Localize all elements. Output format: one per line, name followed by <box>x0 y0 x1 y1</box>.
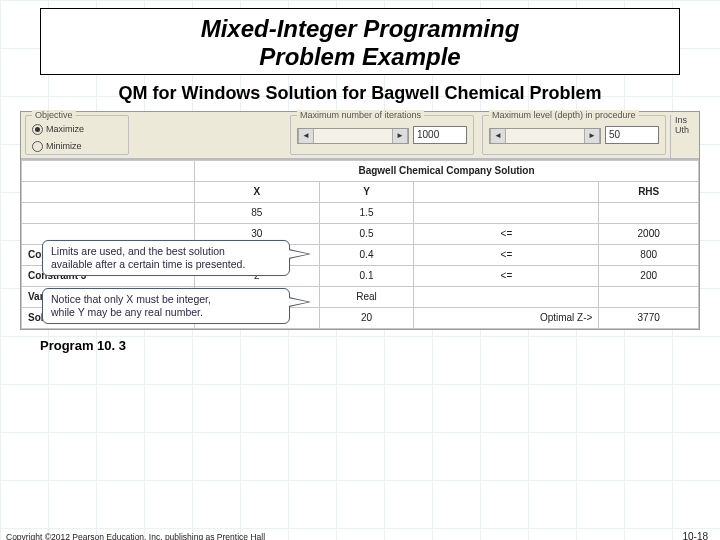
table-row: 85 1.5 <box>22 202 699 223</box>
cell-y: 0.5 <box>319 223 414 244</box>
copyright: Copyright ©2012 Pearson Education, Inc. … <box>6 532 265 540</box>
title-line-2: Problem Example <box>259 43 460 70</box>
cell-rhs: 2000 <box>599 223 699 244</box>
toolbar-spacer <box>133 112 286 158</box>
minimize-radio[interactable]: Minimize <box>32 141 122 152</box>
title-line-1: Mixed-Integer Programming <box>201 15 520 42</box>
table-caption: Bagwell Chemical Company Solution <box>195 160 699 181</box>
row-label <box>22 202 195 223</box>
radio-unselected-icon <box>32 141 43 152</box>
callout-limits: Limits are used, and the best solution a… <box>42 240 290 276</box>
inst-line1: Ins <box>675 115 699 125</box>
iterations-label: Maximum number of iterations <box>297 110 424 120</box>
header-rhs: RHS <box>599 181 699 202</box>
callout-integer: Notice that only X must be integer, whil… <box>42 288 290 324</box>
cell-y: 0.1 <box>319 265 414 286</box>
header-blank <box>22 181 195 202</box>
blank-cell <box>22 160 195 181</box>
slide: Mixed-Integer Programming Problem Exampl… <box>0 8 720 540</box>
objective-group: Objective Maximize Minimize <box>25 115 129 155</box>
slide-title: Mixed-Integer Programming Problem Exampl… <box>45 15 675 70</box>
cell-op <box>414 202 599 223</box>
maximize-label: Maximize <box>46 124 84 134</box>
cell-op: <= <box>414 223 599 244</box>
cell-y: Real <box>319 286 414 307</box>
iterations-scrollbar[interactable]: ◄ ► <box>297 128 409 144</box>
level-group: Maximum level (depth) in procedure ◄ ► 5… <box>482 115 666 155</box>
arrow-right-icon[interactable]: ► <box>392 129 408 143</box>
level-label: Maximum level (depth) in procedure <box>489 110 639 120</box>
cell-op: <= <box>414 244 599 265</box>
arrow-right-icon[interactable]: ► <box>584 129 600 143</box>
arrow-left-icon[interactable]: ◄ <box>490 129 506 143</box>
cell-y: 1.5 <box>319 202 414 223</box>
minimize-label: Minimize <box>46 141 82 151</box>
objective-label: Objective <box>32 110 76 120</box>
panel-toolbar: Objective Maximize Minimize Maximum numb… <box>21 112 699 159</box>
header-x: X <box>195 181 320 202</box>
header-y: Y <box>319 181 414 202</box>
level-scrollbar[interactable]: ◄ ► <box>489 128 601 144</box>
cell-rhs: 200 <box>599 265 699 286</box>
inst-line2: Uth <box>675 125 699 135</box>
table-caption-row: Bagwell Chemical Company Solution <box>22 160 699 181</box>
cell-op <box>414 286 599 307</box>
cell-x: 85 <box>195 202 320 223</box>
cell-op: Optimal Z-> <box>414 307 599 328</box>
page-number: 10-18 <box>682 531 708 540</box>
callout-line: Limits are used, and the best solution <box>51 245 281 258</box>
cell-op: <= <box>414 265 599 286</box>
radio-selected-icon <box>32 124 43 135</box>
callout-line: Notice that only X must be integer, <box>51 293 281 306</box>
maximize-radio[interactable]: Maximize <box>32 124 122 135</box>
slide-subtitle: QM for Windows Solution for Bagwell Chem… <box>60 83 660 105</box>
cell-rhs: 800 <box>599 244 699 265</box>
callout-line: while Y may be any real number. <box>51 306 281 319</box>
cell-y: 20 <box>319 307 414 328</box>
cell-rhs <box>599 202 699 223</box>
header-op <box>414 181 599 202</box>
cell-y: 0.4 <box>319 244 414 265</box>
instruction-fragment: Ins Uth <box>670 115 699 158</box>
callout-line: available after a certain time is presen… <box>51 258 281 271</box>
title-box: Mixed-Integer Programming Problem Exampl… <box>40 8 680 75</box>
arrow-left-icon[interactable]: ◄ <box>298 129 314 143</box>
iterations-value[interactable]: 1000 <box>413 126 467 144</box>
table-header-row: X Y RHS <box>22 181 699 202</box>
iterations-group: Maximum number of iterations ◄ ► 1000 <box>290 115 474 155</box>
cell-rhs <box>599 286 699 307</box>
program-label: Program 10. 3 <box>40 338 720 353</box>
cell-rhs: 3770 <box>599 307 699 328</box>
level-value[interactable]: 50 <box>605 126 659 144</box>
